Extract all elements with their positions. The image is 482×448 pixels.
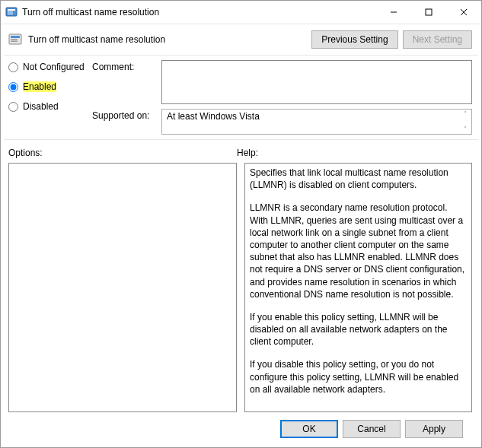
help-text: If you enable this policy setting, LLMNR… <box>250 311 467 348</box>
radio-disabled-input[interactable] <box>8 102 18 112</box>
config-area: Not Configured Enabled Disabled Comment:… <box>1 56 481 139</box>
close-button[interactable] <box>446 1 481 24</box>
window-title: Turn off multicast name resolution <box>22 7 376 17</box>
supported-row: Supported on: At least Windows Vista ˄ ˅ <box>92 109 472 135</box>
radio-disabled[interactable]: Disabled <box>8 101 92 112</box>
apply-button[interactable]: Apply <box>405 420 463 438</box>
comment-row: Comment: <box>92 60 472 104</box>
radio-not-configured-input[interactable] <box>8 62 18 72</box>
supported-on-value-box: At least Windows Vista ˄ ˅ <box>161 109 472 135</box>
svg-rect-9 <box>11 36 20 38</box>
previous-setting-button[interactable]: Previous Setting <box>311 30 397 49</box>
footer: OK Cancel Apply <box>8 412 472 447</box>
comment-input[interactable] <box>161 60 472 104</box>
help-label: Help: <box>237 148 258 158</box>
svg-rect-2 <box>8 11 13 13</box>
cancel-button[interactable]: Cancel <box>343 420 401 438</box>
help-text: Specifies that link local multicast name… <box>250 167 467 191</box>
titlebar: Turn off multicast name resolution <box>1 1 481 24</box>
radio-not-configured-label: Not Configured <box>23 62 85 72</box>
state-radio-group: Not Configured Enabled Disabled <box>8 60 92 135</box>
policy-header-icon <box>8 33 22 46</box>
ok-button[interactable]: OK <box>280 420 338 438</box>
help-text: LLMNR is a secondary name resolution pro… <box>250 202 467 300</box>
options-label: Options: <box>8 148 237 158</box>
help-panel[interactable]: Specifies that link local multicast name… <box>244 163 472 412</box>
supported-on-scroll[interactable]: ˄ ˅ <box>461 111 470 132</box>
panel-labels: Options: Help: <box>8 148 472 158</box>
help-text: If you disable this policy setting, or y… <box>250 358 467 396</box>
policy-editor-window: Turn off multicast name resolution Turn … <box>0 0 482 448</box>
policy-icon <box>5 6 18 18</box>
radio-enabled-label: Enabled <box>23 81 56 92</box>
supported-on-label: Supported on: <box>92 109 157 121</box>
options-panel <box>8 163 237 412</box>
chevron-up-icon[interactable]: ˄ <box>461 111 470 117</box>
fields: Comment: Supported on: At least Windows … <box>92 60 472 135</box>
svg-rect-10 <box>11 39 18 40</box>
policy-title: Turn off multicast name resolution <box>28 34 307 45</box>
radio-not-configured[interactable]: Not Configured <box>8 62 92 72</box>
maximize-button[interactable] <box>411 1 446 24</box>
radio-enabled[interactable]: Enabled <box>8 81 92 92</box>
minimize-button[interactable] <box>376 1 411 24</box>
supported-on-value: At least Windows Vista <box>167 111 260 122</box>
svg-rect-1 <box>8 9 15 11</box>
svg-rect-3 <box>8 14 13 15</box>
radio-disabled-label: Disabled <box>23 101 59 112</box>
chevron-down-icon[interactable]: ˅ <box>461 126 470 132</box>
comment-label: Comment: <box>92 60 157 72</box>
radio-enabled-input[interactable] <box>8 82 18 92</box>
lower-area: Options: Help: Specifies that link local… <box>1 140 481 447</box>
header: Turn off multicast name resolution Previ… <box>1 24 481 55</box>
next-setting-button: Next Setting <box>403 30 472 49</box>
panels: Specifies that link local multicast name… <box>8 163 472 412</box>
svg-rect-5 <box>426 9 432 15</box>
svg-rect-11 <box>11 41 18 43</box>
